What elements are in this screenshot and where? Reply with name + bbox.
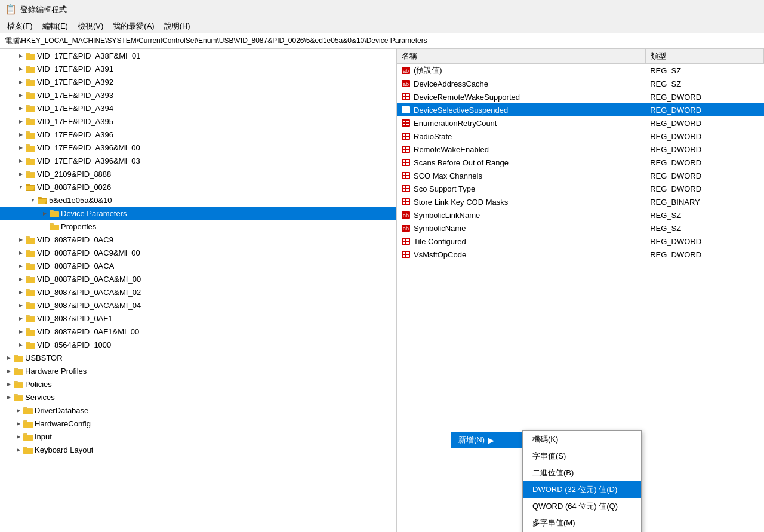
- expand-icon-vid17ef_a392[interactable]: ▶: [17, 77, 25, 87]
- tree-item-keyboard_layout[interactable]: ▶ Keyboard Layout: [0, 443, 396, 456]
- table-row-default[interactable]: ab (預設值)REG_SZ: [397, 64, 764, 78]
- expand-icon-properties[interactable]: [41, 222, 49, 231]
- table-row-enum_retry[interactable]: EnumerationRetryCountREG_DWORD: [397, 116, 764, 130]
- tree-item-vid8087_0aca_mi02[interactable]: ▶ VID_8087&PID_0ACA&MI_02: [0, 285, 396, 299]
- submenu-option-multi_string[interactable]: 多字串值(M): [523, 515, 641, 531]
- table-row-device_addr_cache[interactable]: ab DeviceAddressCacheREG_SZ: [397, 77, 764, 90]
- submenu-option-key[interactable]: 機碼(K): [523, 431, 641, 448]
- tree-item-vid17ef_a394[interactable]: ▶ VID_17EF&PID_A394: [0, 102, 396, 115]
- folder-icon-vid8087_0af1_mi00: [26, 327, 35, 336]
- tree-item-5ed1e05a[interactable]: ▼ 5&ed1e05a&0&10: [0, 193, 396, 207]
- expand-icon-vid17ef_a396_mi03[interactable]: ▶: [17, 156, 25, 165]
- tree-item-vid8087_0aca[interactable]: ▶ VID_8087&PID_0ACA: [0, 259, 396, 272]
- tree-item-vid17ef_a396_mi00[interactable]: ▶ VID_17EF&PID_A396&MI_00: [0, 141, 396, 154]
- expand-icon-vid8087_0af1_mi00[interactable]: ▶: [17, 327, 25, 336]
- reg-name-device_selective: DeviceSelectiveSuspended: [397, 103, 645, 116]
- expand-icon-vid8087_0aca_mi02[interactable]: ▶: [17, 287, 25, 297]
- tree-item-vid17ef_a391[interactable]: ▶ VID_17EF&PID_A391: [0, 62, 396, 75]
- menu-item-favorites[interactable]: 我的最愛(A): [108, 20, 159, 33]
- add-button[interactable]: 新增(N) ▶: [451, 432, 522, 448]
- tree-item-vid17ef_a38f_mi01[interactable]: ▶ VID_17EF&PID_A38F&MI_01: [0, 49, 396, 62]
- tree-label-vid17ef_a396: VID_17EF&PID_A396: [37, 130, 113, 139]
- table-row-scans_before[interactable]: Scans Before Out of RangeREG_DWORD: [397, 156, 764, 169]
- table-row-device_remote_wake[interactable]: DeviceRemoteWakeSupportedREG_DWORD: [397, 90, 764, 103]
- table-row-tile_configured[interactable]: Tile ConfiguredREG_DWORD: [397, 235, 764, 248]
- menu-item-view[interactable]: 檢視(V): [73, 20, 108, 33]
- expand-icon-keyboard_layout[interactable]: ▶: [14, 445, 23, 454]
- tree-panel[interactable]: ▶ VID_17EF&PID_A38F&MI_01▶ VID_17EF&PID_…: [0, 49, 397, 532]
- table-row-symbolic_link_name[interactable]: ab SymbolicLinkNameREG_SZ: [397, 208, 764, 222]
- expand-icon-device_params[interactable]: ▶: [41, 208, 49, 218]
- table-row-remote_wake[interactable]: RemoteWakeEnabledREG_DWORD: [397, 143, 764, 156]
- tree-item-vid8087_0ac9_mi00[interactable]: ▶ VID_8087&PID_0AC9&MI_00: [0, 246, 396, 259]
- table-row-radio_state[interactable]: RadioStateREG_DWORD: [397, 130, 764, 143]
- svg-rect-83: [23, 409, 33, 414]
- tree-item-driver_database[interactable]: ▶ DriverDatabase: [0, 404, 396, 417]
- submenu-option-qword[interactable]: QWORD (64 位元) 值(Q): [523, 498, 641, 515]
- tree-item-vid8087_0aca_mi00[interactable]: ▶ VID_8087&PID_0ACA&MI_00: [0, 272, 396, 285]
- tree-item-vid2109_8888[interactable]: ▶ VID_2109&PID_8888: [0, 167, 396, 180]
- expand-icon-5ed1e05a[interactable]: ▼: [29, 195, 37, 205]
- submenu-option-string[interactable]: 字串值(S): [523, 448, 641, 465]
- expand-icon-hardware_profiles[interactable]: ▶: [5, 366, 13, 376]
- expand-icon-vid8087_0af1[interactable]: ▶: [17, 313, 25, 323]
- tree-item-services[interactable]: ▶ Services: [0, 390, 396, 404]
- submenu-option-binary[interactable]: 二進位值(B): [523, 465, 641, 481]
- expand-icon-vid8087_0ac9[interactable]: ▶: [17, 235, 25, 244]
- expand-icon-vid8087_0aca[interactable]: ▶: [17, 261, 25, 270]
- expand-icon-vid17ef_a393[interactable]: ▶: [17, 90, 25, 100]
- expand-icon-vid2109_8888[interactable]: ▶: [17, 169, 25, 179]
- tree-item-vid8087_0aca_mi04[interactable]: ▶ VID_8087&PID_0ACA&MI_04: [0, 299, 396, 312]
- tree-item-hardware_profiles[interactable]: ▶ Hardware Profiles: [0, 364, 396, 377]
- menu-item-help[interactable]: 說明(H): [159, 20, 195, 33]
- reg-name-symbolic_name: ab SymbolicName: [397, 222, 645, 235]
- table-row-sco_support[interactable]: Sco Support TypeREG_DWORD: [397, 182, 764, 195]
- expand-icon-vid17ef_a391[interactable]: ▶: [17, 64, 25, 73]
- tree-item-usbstor[interactable]: ▶ USBSTOR: [0, 351, 396, 364]
- expand-icon-vid17ef_a396[interactable]: ▶: [17, 130, 25, 139]
- expand-icon-policies[interactable]: ▶: [5, 379, 13, 389]
- expand-icon-hardware_config[interactable]: ▶: [14, 419, 23, 428]
- svg-rect-109: [406, 121, 409, 122]
- menu-item-file[interactable]: 檔案(F): [2, 20, 38, 33]
- reg-name-text-scans_before: Scans Before Out of Range: [414, 158, 509, 167]
- expand-icon-vid17ef_a38f_mi01[interactable]: ▶: [17, 51, 25, 60]
- tree-item-vid17ef_a396_mi03[interactable]: ▶ VID_17EF&PID_A396&MI_03: [0, 154, 396, 167]
- expand-icon-vid8087_0aca_mi00[interactable]: ▶: [17, 274, 25, 284]
- table-row-vsmsoft_opcode[interactable]: VsMsftOpCodeREG_DWORD: [397, 248, 764, 261]
- tree-item-vid17ef_a393[interactable]: ▶ VID_17EF&PID_A393: [0, 88, 396, 102]
- tree-item-vid8564_1000[interactable]: ▶ VID_8564&PID_1000: [0, 338, 396, 351]
- expand-icon-vid8087_0026[interactable]: ▼: [17, 182, 25, 192]
- tree-item-properties[interactable]: Properties: [0, 220, 396, 233]
- expand-icon-vid17ef_a396_mi00[interactable]: ▶: [17, 143, 25, 152]
- expand-icon-vid8564_1000[interactable]: ▶: [17, 340, 25, 349]
- tree-item-vid17ef_a395[interactable]: ▶ VID_17EF&PID_A395: [0, 115, 396, 128]
- tree-item-hardware_config[interactable]: ▶ HardwareConfig: [0, 417, 396, 430]
- tree-item-vid17ef_a396[interactable]: ▶ VID_17EF&PID_A396: [0, 128, 396, 141]
- expand-icon-vid17ef_a394[interactable]: ▶: [17, 103, 25, 113]
- expand-icon-vid8087_0aca_mi04[interactable]: ▶: [17, 300, 25, 310]
- table-row-sco_max[interactable]: SCO Max ChannelsREG_DWORD: [397, 169, 764, 182]
- tree-item-vid8087_0af1[interactable]: ▶ VID_8087&PID_0AF1: [0, 312, 396, 325]
- menu-item-edit[interactable]: 編輯(E): [38, 20, 73, 33]
- tree-item-vid8087_0026[interactable]: ▼ VID_8087&PID_0026: [0, 180, 396, 193]
- submenu-option-dword[interactable]: DWORD (32-位元) 值(D): [523, 481, 641, 498]
- expand-icon-vid8087_0ac9_mi00[interactable]: ▶: [17, 248, 25, 257]
- tree-item-vid8087_0af1_mi00[interactable]: ▶ VID_8087&PID_0AF1&MI_00: [0, 325, 396, 338]
- type-icon-remote_wake: [402, 145, 411, 153]
- expand-icon-usbstor[interactable]: ▶: [5, 353, 13, 362]
- table-row-device_selective[interactable]: DeviceSelectiveSuspendedREG_DWORD: [397, 103, 764, 116]
- reg-name-radio_state: RadioState: [397, 130, 645, 143]
- right-panel[interactable]: 名稱 類型 ab (預設值)REG_SZ ab DeviceAddressCac…: [397, 49, 764, 532]
- table-row-store_link[interactable]: Store Link Key COD MasksREG_BINARY: [397, 195, 764, 208]
- expand-icon-input[interactable]: ▶: [14, 432, 23, 441]
- tree-item-vid8087_0ac9[interactable]: ▶ VID_8087&PID_0AC9: [0, 233, 396, 246]
- expand-icon-vid17ef_a395[interactable]: ▶: [17, 116, 25, 126]
- tree-item-input[interactable]: ▶ Input: [0, 430, 396, 443]
- tree-item-vid17ef_a392[interactable]: ▶ VID_17EF&PID_A392: [0, 75, 396, 88]
- tree-item-policies[interactable]: ▶ Policies: [0, 377, 396, 390]
- tree-item-device_params[interactable]: ▶ Device Parameters: [0, 207, 396, 220]
- expand-icon-driver_database[interactable]: ▶: [14, 405, 23, 415]
- expand-icon-services[interactable]: ▶: [5, 392, 13, 402]
- table-row-symbolic_name[interactable]: ab SymbolicNameREG_SZ: [397, 222, 764, 235]
